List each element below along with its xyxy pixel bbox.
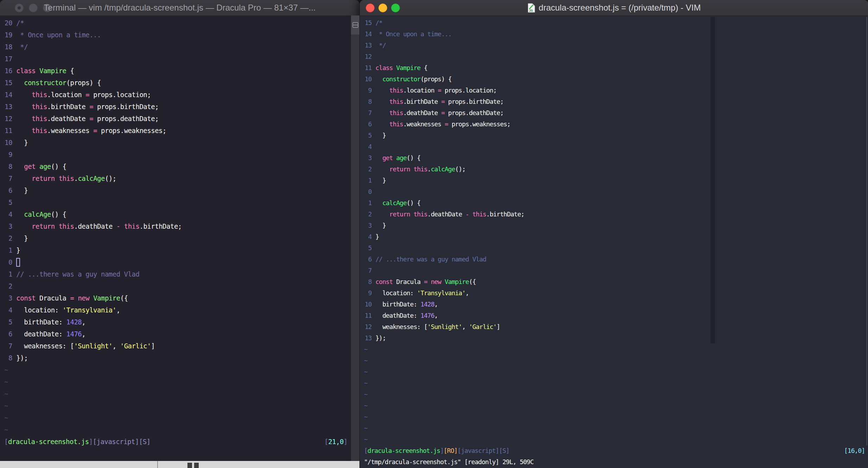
code-line[interactable]: 10 birthDate: 1428, bbox=[364, 298, 868, 310]
code-line[interactable]: 16class Vampire { bbox=[4, 65, 351, 77]
split-pane-button[interactable] bbox=[351, 15, 359, 34]
syntax-token: return bbox=[32, 222, 55, 230]
code-line[interactable]: 2 return this.calcAge(); bbox=[364, 163, 868, 175]
line-number: 11 bbox=[364, 64, 372, 71]
code-line[interactable]: 2 return this.deathDate - this.birthDate… bbox=[364, 208, 868, 220]
close-button[interactable] bbox=[15, 4, 24, 12]
code-line[interactable]: 11 deathDate: 1476, bbox=[364, 310, 868, 321]
line-number: 4 bbox=[364, 143, 372, 150]
line-number: 12 bbox=[364, 323, 372, 330]
code-line[interactable]: 13 this.birthDate = props.birthDate; bbox=[4, 101, 351, 113]
status-file-info: [dracula-screenshot.js][javascript][S] bbox=[4, 438, 151, 445]
code-line[interactable]: 7 return this.calcAge(); bbox=[4, 172, 351, 184]
code-line[interactable]: 3 } bbox=[364, 220, 868, 231]
zoom-button[interactable] bbox=[391, 4, 400, 12]
syntax-token: const bbox=[16, 294, 36, 302]
code-line[interactable]: 8 this.birthDate = props.birthDate; bbox=[364, 96, 868, 107]
code-line[interactable]: 10 } bbox=[4, 137, 351, 148]
traffic-lights bbox=[366, 4, 400, 12]
code-text: } bbox=[16, 186, 28, 194]
code-line[interactable]: 12 this.deathDate = props.deathDate; bbox=[4, 113, 351, 125]
syntax-token: this bbox=[389, 109, 403, 116]
code-line[interactable]: 2 bbox=[4, 280, 351, 292]
split-pane-icon bbox=[352, 22, 358, 28]
code-line[interactable]: 20/* bbox=[4, 17, 351, 29]
code-line[interactable]: 4} bbox=[364, 231, 868, 242]
scrollbar-track[interactable] bbox=[866, 17, 867, 445]
code-line[interactable]: 14 * Once upon a time... bbox=[364, 28, 868, 39]
code-line[interactable]: 1} bbox=[4, 244, 351, 256]
code-line[interactable]: 15 constructor(props) { bbox=[4, 77, 351, 89]
code-line[interactable]: 0 bbox=[364, 186, 868, 197]
terminal-titlebar[interactable]: Terminal — vim /tmp/dracula-screenshot.j… bbox=[0, 0, 359, 16]
code-text: } bbox=[376, 177, 386, 184]
code-line[interactable]: 1 } bbox=[364, 175, 868, 186]
code-line[interactable]: 7 bbox=[364, 265, 868, 276]
code-line[interactable]: 7 weaknesses: ['Sunlight', 'Garlic'] bbox=[4, 340, 351, 352]
code-line[interactable]: 13}); bbox=[364, 332, 868, 343]
code-line[interactable]: 9 bbox=[4, 148, 351, 160]
syntax-token: } bbox=[376, 132, 386, 139]
syntax-token: 'Transylvania' bbox=[63, 306, 116, 314]
code-line[interactable]: 10 constructor(props) { bbox=[364, 73, 868, 84]
empty-line-tilde: ~ bbox=[364, 346, 368, 353]
code-line[interactable]: 2 } bbox=[4, 232, 351, 244]
code-line[interactable]: 11class Vampire { bbox=[364, 62, 868, 73]
code-line[interactable]: 5 birthDate: 1428, bbox=[4, 316, 351, 328]
terminal-scrollbar[interactable] bbox=[351, 15, 359, 461]
code-line[interactable]: 18 */ bbox=[4, 41, 351, 53]
code-line[interactable]: 4 calcAge() { bbox=[4, 208, 351, 220]
line-number: 14 bbox=[4, 91, 12, 99]
line-number: 0 bbox=[4, 258, 12, 266]
macvim-titlebar[interactable]: JS dracula-screenshot.js = (/private/tmp… bbox=[360, 0, 868, 16]
code-line[interactable]: 1 calcAge() { bbox=[364, 197, 868, 208]
syntax-token: 'Transylvania' bbox=[417, 289, 466, 297]
code-line[interactable]: 5 } bbox=[364, 129, 868, 141]
syntax-token bbox=[376, 154, 383, 162]
code-line[interactable]: 6 this.weaknesses = props.weaknesses; bbox=[364, 118, 868, 129]
code-text: weaknesses: ['Sunlight', 'Garlic'] bbox=[376, 323, 500, 330]
empty-line-tilde: ~ bbox=[364, 402, 368, 409]
minimize-button[interactable] bbox=[29, 4, 38, 12]
code-line[interactable]: 3 return this.deathDate - this.birthDate… bbox=[4, 220, 351, 232]
syntax-token: = bbox=[441, 98, 445, 105]
code-line[interactable]: 17 bbox=[4, 53, 351, 65]
code-line[interactable]: 9 location: 'Transylvania', bbox=[364, 287, 868, 298]
code-line[interactable]: 6// ...there was a guy named Vlad bbox=[364, 253, 868, 265]
code-line[interactable]: 13 */ bbox=[364, 39, 868, 51]
code-line[interactable]: 4 location: 'Transylvania', bbox=[4, 304, 351, 316]
code-line[interactable]: 15/* bbox=[364, 17, 868, 28]
close-button[interactable] bbox=[366, 4, 375, 12]
vim-buffer-right[interactable]: 15/*14 * Once upon a time...13 */1211cla… bbox=[360, 15, 868, 467]
line-number: 15 bbox=[364, 19, 372, 26]
code-line[interactable]: 14 this.location = props.location; bbox=[4, 89, 351, 101]
syntax-token: calcAge bbox=[24, 210, 51, 218]
code-line[interactable]: 4 bbox=[364, 141, 868, 152]
tilde-row: ~ bbox=[364, 343, 868, 355]
code-line[interactable]: 7 this.deathDate = props.deathDate; bbox=[364, 107, 868, 118]
empty-line-tilde: ~ bbox=[364, 436, 368, 443]
code-line[interactable]: 5 bbox=[4, 196, 351, 208]
vim-buffer-left[interactable]: 20/*19 * Once upon a time...18 */1716cla… bbox=[0, 15, 351, 460]
code-line[interactable]: 3 get age() { bbox=[364, 152, 868, 163]
code-line[interactable]: 1// ...there was a guy named Vlad bbox=[4, 268, 351, 280]
code-line[interactable]: 3const Dracula = new Vampire({ bbox=[4, 292, 351, 304]
code-line[interactable]: 5 bbox=[364, 242, 868, 253]
code-line[interactable]: 6 deathDate: 1476, bbox=[4, 328, 351, 340]
line-number: 6 bbox=[364, 255, 372, 263]
code-line[interactable]: 12 weaknesses: ['Sunlight', 'Garlic'] bbox=[364, 321, 868, 332]
code-line[interactable]: 8const Dracula = new Vampire({ bbox=[364, 276, 868, 287]
code-text: */ bbox=[376, 42, 386, 49]
code-line[interactable]: 6 } bbox=[4, 184, 351, 196]
code-line[interactable]: 0 bbox=[4, 256, 351, 268]
minimize-button[interactable] bbox=[378, 4, 387, 12]
code-line[interactable]: 12 bbox=[364, 51, 868, 62]
code-line[interactable]: 19 * Once upon a time... bbox=[4, 29, 351, 41]
syntax-token: , bbox=[462, 323, 469, 330]
code-line[interactable]: 8 get age() { bbox=[4, 160, 351, 172]
code-line[interactable]: 8}); bbox=[4, 352, 351, 364]
code-line[interactable]: 9 this.location = props.location; bbox=[364, 84, 868, 96]
code-line[interactable]: 11 this.weaknesses = props.weaknesses; bbox=[4, 125, 351, 137]
line-number: 9 bbox=[364, 289, 372, 297]
line-number: 10 bbox=[364, 75, 372, 83]
